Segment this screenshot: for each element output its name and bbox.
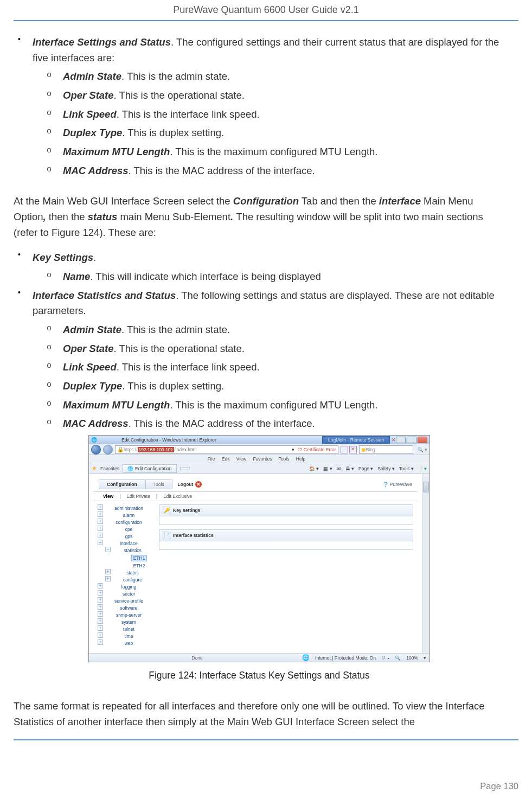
help-badge-icon[interactable]: ? [383, 480, 388, 489]
tree-statistics[interactable]: statistics [105, 547, 155, 554]
tree-configure[interactable]: configure [105, 576, 155, 583]
tree-administration[interactable]: administration [98, 504, 155, 511]
status-protected-mode: Internet | Protected Mode: On [315, 655, 376, 661]
tab-configuration[interactable]: Configuration [99, 479, 145, 489]
new-tab-button[interactable] [180, 467, 190, 470]
cert-text: Certificate Error [304, 447, 336, 452]
panel-interface-statistics: 📄 Interface statistics [159, 529, 413, 550]
browser-menu-bar: File Edit View Favorites Tools Help [89, 455, 430, 463]
desc: . This is the maximum configured MTU Len… [170, 399, 377, 411]
brand-name: PureWave [389, 482, 412, 487]
zoom-icon[interactable]: 🔍 [395, 655, 401, 661]
minimize-button[interactable] [396, 437, 406, 443]
logout-button[interactable]: Logout ✕ [172, 479, 208, 489]
tree-service-profile[interactable]: service-profile [98, 597, 155, 604]
zoom-value: 100% [406, 655, 418, 661]
nav-tree: administration alarm configuration cpe g… [98, 504, 155, 647]
main-content: Interface Settings and Status. The confi… [14, 35, 518, 730]
maximize-button[interactable] [407, 437, 416, 443]
refresh-button[interactable] [341, 446, 348, 453]
window-controls [396, 437, 427, 443]
figure-screenshot: 🌐 Edit Configuration - Windows Internet … [88, 435, 430, 662]
browser-toolbar-right: 🏠 ▾ ▦ ▾ ✉ 🖶 ▾ Page ▾ Safety ▾ Tools ▾ ❔▾ [309, 466, 427, 471]
tree-alarm[interactable]: alarm [98, 511, 155, 519]
page-header: PureWave Quantum 6600 User Guide v2.1 [14, 4, 518, 20]
term: Interface Settings and Status [33, 36, 171, 48]
safety-menu[interactable]: Safety ▾ [377, 466, 394, 471]
favorites-star-icon[interactable]: ★ [92, 465, 97, 472]
menu-view[interactable]: View [236, 456, 246, 462]
cert-error-badge[interactable]: 🛡Certificate Error [298, 447, 336, 452]
tree-time[interactable]: time [98, 632, 155, 639]
print-icon[interactable]: 🖶 ▾ [345, 466, 354, 471]
sub-list: Name. This will indicate which interface… [33, 269, 505, 285]
lock-icon: 🔒 [117, 446, 124, 452]
menu-edit[interactable]: Edit [222, 456, 230, 462]
menu-help[interactable]: Help [296, 456, 305, 462]
tree-eth1[interactable]: ETH1 [118, 554, 155, 562]
term: Name [63, 271, 90, 282]
tree-gps[interactable]: gps [98, 533, 155, 540]
tree-software[interactable]: software [98, 604, 155, 611]
search-box[interactable]: ▣ Bing [359, 445, 413, 454]
bullet-list-2: Key Settings. Name. This will indicate w… [14, 250, 505, 432]
tools-menu[interactable]: Tools ▾ [399, 466, 414, 471]
middle-paragraph: At the Main Web GUI Interface Screen sel… [14, 194, 505, 240]
lbl: Safety [377, 466, 390, 471]
tab-tools[interactable]: Tools [145, 479, 172, 489]
tree-interface[interactable]: interface [98, 540, 155, 547]
search-icon[interactable]: 🔍 ▾ [418, 447, 427, 452]
url-field[interactable]: 🔒 https://192.168.100.101/index.html ▾ 🛡… [115, 445, 338, 454]
vertical-scrollbar[interactable] [422, 474, 430, 653]
back-button[interactable] [91, 445, 101, 455]
shield-icon: 🛡 [298, 447, 303, 452]
panel-header[interactable]: 📄 Interface statistics [159, 529, 413, 541]
page-menu[interactable]: Page ▾ [358, 466, 373, 471]
scrollbar-thumb[interactable] [423, 482, 429, 492]
tree-system[interactable]: system [98, 618, 155, 625]
tree-logging[interactable]: logging [98, 583, 155, 590]
mail-icon[interactable]: ✉ [337, 466, 341, 471]
txt: Tab and then the [299, 195, 379, 207]
page-content: Configuration Tools Logout ✕ ? PureWave [89, 474, 422, 653]
url-path: /index.html [174, 447, 196, 452]
url-scheme: https:// [124, 447, 138, 452]
desc: . This is duplex setting. [122, 380, 224, 392]
zoom-dropdown-icon[interactable]: ▾ [424, 655, 426, 661]
term: Duplex Type [63, 127, 122, 138]
help-icon[interactable]: ❔▾ [418, 466, 427, 471]
term: Admin State [63, 324, 121, 335]
subtab-edit-private[interactable]: Edit Private [124, 494, 152, 499]
panel-title: Key settings [173, 508, 201, 513]
tree-web[interactable]: web [98, 639, 155, 647]
menu-favorites[interactable]: Favorites [253, 456, 272, 462]
txt: main Menu Sub-Element [117, 211, 230, 222]
tree-eth2[interactable]: ETH2 [118, 562, 155, 569]
status-sep: ⛉ ▾ [381, 655, 389, 661]
feed-icon[interactable]: ▦ ▾ [323, 466, 332, 471]
tree-sector[interactable]: sector [98, 590, 155, 597]
subtab-view[interactable]: View [101, 494, 116, 499]
search-provider: Bing [366, 447, 375, 452]
tree-configuration[interactable]: configuration [98, 519, 155, 526]
tree-snmp-server[interactable]: snmp-server [98, 611, 155, 618]
forward-button[interactable] [103, 445, 113, 455]
favorites-label[interactable]: Favorites [100, 466, 119, 471]
home-icon[interactable]: 🏠 ▾ [309, 466, 319, 471]
close-button[interactable] [418, 437, 427, 443]
stop-button[interactable]: ✕ [349, 446, 357, 453]
tree-status[interactable]: status [105, 569, 155, 576]
menu-tools[interactable]: Tools [279, 456, 290, 462]
term: Configuration [233, 195, 299, 207]
globe-icon: 🌐 [302, 654, 310, 661]
panel-header[interactable]: 🔑 Key settings [159, 504, 413, 516]
browser-tab[interactable]: 🌐 Edit Configuration [123, 464, 177, 473]
titlebar-close-icon: ✕ [392, 437, 396, 443]
term: Admin State [63, 71, 121, 82]
tree-telnet[interactable]: telnet [98, 625, 155, 632]
dropdown-icon[interactable]: ▾ [292, 447, 294, 452]
tree-cpe[interactable]: cpe [98, 526, 155, 533]
subtab-edit-exclusive[interactable]: Edit Exclusive [161, 494, 194, 499]
menu-file[interactable]: File [208, 456, 215, 462]
sep: | [117, 494, 123, 499]
